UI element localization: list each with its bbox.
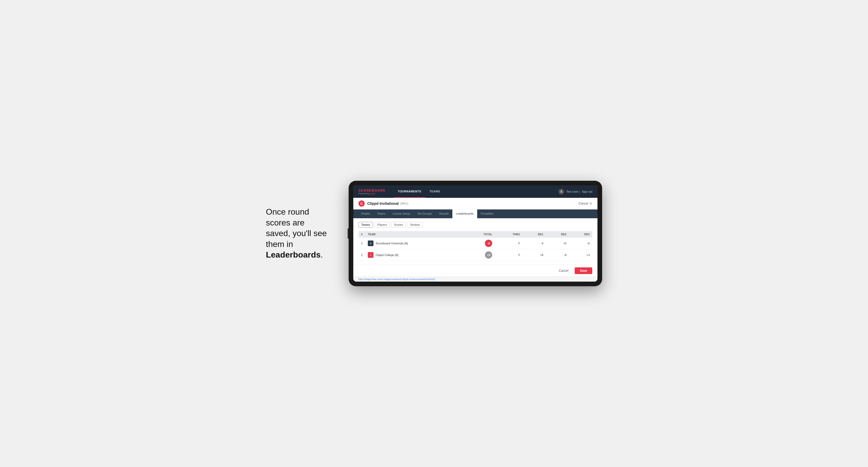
table-header-row: # TEAM TOTAL THRU RD1 RD2 RD3 <box>359 231 592 238</box>
footer-bar: Cancel Save <box>353 264 597 277</box>
brand-name: clippd <box>370 192 375 195</box>
tablet-screen: SCOREBOARD Powered by clippd TOURNAMENTS… <box>353 185 597 282</box>
total-cell-1: -5 <box>464 238 495 249</box>
thru-1: F <box>495 238 523 249</box>
col-rd1: RD1 <box>523 231 546 238</box>
filter-row: Teams Players Scores Strokes <box>359 222 592 227</box>
tablet-shell: SCOREBOARD Powered by clippd TOURNAMENTS… <box>349 181 602 286</box>
side-text-line4: them in <box>266 240 293 249</box>
sign-out-link[interactable]: Sign out <box>582 190 592 193</box>
user-avatar: S <box>558 189 564 194</box>
team-logo-2: C <box>368 252 373 258</box>
side-text-line1: Once round <box>266 207 309 216</box>
thru-2: F <box>495 249 523 261</box>
nav-tournaments[interactable]: TOURNAMENTS <box>394 185 426 198</box>
content-area: Teams Players Scores Strokes # TEAM TOTA… <box>353 218 597 264</box>
rd3-1: -6 <box>569 238 592 249</box>
tab-teams[interactable]: Teams <box>373 210 389 218</box>
cancel-button[interactable]: Cancel <box>555 268 572 274</box>
side-text-line3: saved, you'll see <box>266 228 327 238</box>
top-nav: SCOREBOARD Powered by clippd TOURNAMENTS… <box>353 185 597 198</box>
tab-printables[interactable]: Printables <box>477 210 497 218</box>
powered-by: Powered by clippd <box>359 192 385 195</box>
user-name: Test User | <box>566 190 580 193</box>
filter-scores[interactable]: Scores <box>391 222 406 227</box>
team-logo-1: S <box>368 241 373 246</box>
total-wrapper-2: +3 <box>467 251 492 258</box>
logo-score: SCORE <box>359 188 372 192</box>
table-header: # TEAM TOTAL THRU RD1 RD2 RD3 <box>359 231 592 238</box>
rd2-2: -8 <box>546 249 569 261</box>
nav-links: TOURNAMENTS TEAMS <box>394 185 552 198</box>
side-text-period: . <box>321 250 323 259</box>
filter-teams[interactable]: Teams <box>359 222 373 227</box>
side-text-line2: scores are <box>266 218 304 227</box>
rank-1: 1 <box>359 238 365 249</box>
team-name-1: Scoreboard University [A] <box>376 242 408 245</box>
cancel-header-label: Cancel <box>579 202 588 205</box>
logo-area: SCOREBOARD Powered by clippd <box>359 188 385 195</box>
filter-players[interactable]: Players <box>374 222 390 227</box>
col-thru: THRU <box>495 231 523 238</box>
rd2-1: +5 <box>546 238 569 249</box>
team-cell-1: S Scoreboard University [A] <box>365 238 464 249</box>
table-row: 2 C Clippd College [A] +3 <box>359 249 592 261</box>
score-badge-1: -5 <box>485 240 492 247</box>
logo-board: BOARD <box>372 188 385 192</box>
team-cell-2: C Clippd College [A] <box>365 249 464 261</box>
side-text-bold: Leaderboards <box>266 250 321 259</box>
rd1-1: -4 <box>523 238 546 249</box>
tab-tee-groups[interactable]: Tee Groups <box>413 210 436 218</box>
col-rd3: RD3 <box>569 231 592 238</box>
tab-details[interactable]: Details <box>358 210 373 218</box>
cancel-header-button[interactable]: Cancel ✕ <box>579 201 592 206</box>
team-name-cell-2: C Clippd College [A] <box>368 252 462 258</box>
col-rd2: RD2 <box>546 231 569 238</box>
nav-teams[interactable]: TEAMS <box>426 185 444 198</box>
side-text: Once round scores are saved, you'll see … <box>266 207 333 260</box>
cancel-x-icon: ✕ <box>589 201 592 206</box>
col-team: TEAM <box>365 231 464 238</box>
filter-strokes[interactable]: Strokes <box>407 222 423 227</box>
nav-right: S Test User | Sign out <box>558 189 592 194</box>
tab-leaderboards[interactable]: Leaderboards <box>452 210 477 218</box>
tournament-subtitle: (Men) <box>400 202 408 205</box>
page-wrapper: Once round scores are saved, you'll see … <box>266 181 602 286</box>
table-row: 1 S Scoreboard University [A] -5 <box>359 238 592 249</box>
table-body: 1 S Scoreboard University [A] -5 <box>359 238 592 261</box>
tablet-side-button <box>348 228 349 239</box>
save-button[interactable]: Save <box>575 268 592 274</box>
rank-2: 2 <box>359 249 365 261</box>
col-rank: # <box>359 231 365 238</box>
logo-text: SCOREBOARD <box>359 188 385 192</box>
team-name-cell-1: S Scoreboard University [A] <box>368 241 462 246</box>
total-cell-2: +3 <box>464 249 495 261</box>
rd1-2: +8 <box>523 249 546 261</box>
total-wrapper-1: -5 <box>467 240 492 247</box>
tab-course-setup[interactable]: Course Setup <box>389 210 413 218</box>
leaderboard-table: # TEAM TOTAL THRU RD1 RD2 RD3 1 <box>359 231 592 261</box>
tournament-title: Clippd Invitational <box>367 201 399 206</box>
tournament-icon: C <box>359 200 365 207</box>
status-bar: https://stage-blue-coach.stagescoreboard… <box>353 277 597 282</box>
team-name-2: Clippd College [A] <box>376 253 398 256</box>
status-url: https://stage-blue-coach.stagescoreboard… <box>359 278 435 281</box>
rd3-2: +3 <box>569 249 592 261</box>
tournament-header: C Clippd Invitational (Men) Cancel ✕ <box>353 198 597 210</box>
tab-results[interactable]: Results <box>436 210 452 218</box>
col-total: TOTAL <box>464 231 495 238</box>
sub-tabs: Details Teams Course Setup Tee Groups Re… <box>353 210 597 218</box>
score-badge-2: +3 <box>485 251 492 258</box>
